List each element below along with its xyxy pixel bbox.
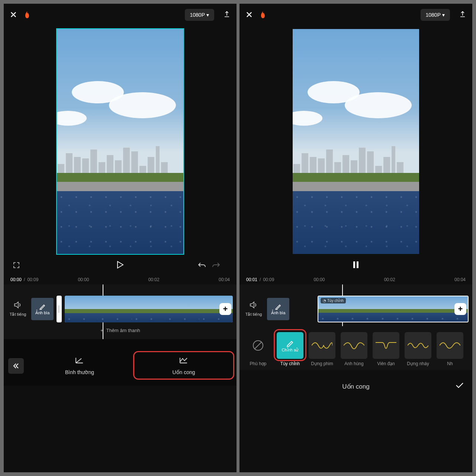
fullscreen-icon[interactable]: [13, 261, 20, 270]
redo-icon[interactable]: [212, 262, 220, 270]
close-icon[interactable]: ✕: [10, 10, 17, 20]
mute-button[interactable]: Tắt tiếng: [243, 301, 264, 317]
chevron-down-icon: ▾: [442, 12, 445, 18]
preview-controls: [239, 257, 472, 275]
export-icon[interactable]: [223, 10, 231, 20]
total-time: 00:09: [263, 277, 274, 282]
video-preview[interactable]: [57, 29, 183, 254]
preview-area: [4, 26, 237, 257]
confirm-title: Uốn cong: [342, 383, 369, 390]
timeline[interactable]: Tắt tiếng Ảnh bìa │ + + Thêm âm thanh: [4, 284, 237, 339]
export-icon[interactable]: [459, 10, 466, 20]
bottom-tabs: Bình thường Uốn cong: [4, 350, 237, 386]
left-screen: ✕ 1080P ▾: [4, 4, 237, 472]
mute-button[interactable]: Tắt tiếng: [7, 301, 28, 317]
chevron-down-icon: ▾: [206, 12, 209, 18]
resolution-button[interactable]: 1080P ▾: [421, 9, 450, 21]
time-header: 00:01 / 00:09 00:00 00:02 00:04: [239, 275, 472, 284]
preset-item[interactable]: Dựng phim: [309, 332, 335, 366]
cover-button[interactable]: Ảnh bìa: [267, 298, 289, 320]
preview-area: [239, 26, 472, 257]
preset-custom[interactable]: Chỉnh sử Tùy chỉnh: [277, 332, 303, 366]
resolution-label: 1080P: [190, 12, 205, 18]
preset-item[interactable]: Nh: [437, 332, 463, 366]
clip-strip[interactable]: ◔ Tùy chỉnh +: [318, 296, 469, 322]
time-header: 00:00 / 00:09 00:00 00:02 00:04: [4, 275, 237, 284]
total-time: 00:09: [27, 277, 38, 282]
add-clip-button[interactable]: +: [454, 303, 466, 315]
normal-icon: [75, 356, 84, 366]
svg-rect-1: [357, 261, 358, 268]
cover-button[interactable]: Ảnh bìa: [31, 298, 54, 320]
speed-icon: ◔: [323, 299, 326, 303]
preview-controls: [4, 257, 237, 275]
clip-tag: ◔ Tùy chỉnh: [321, 298, 346, 303]
tab-normal[interactable]: Bình thường: [31, 356, 128, 375]
confirm-bar: Uốn cong: [239, 375, 472, 398]
preset-item[interactable]: Viên đạn: [373, 332, 399, 366]
svg-rect-0: [353, 261, 355, 268]
current-time: 00:00: [10, 277, 22, 282]
add-audio-row[interactable]: + Thêm âm thanh: [100, 328, 237, 333]
current-time: 00:01: [246, 277, 257, 282]
back-button[interactable]: [8, 358, 24, 374]
preset-none[interactable]: Phù hợp: [245, 332, 271, 366]
resolution-button[interactable]: 1080P ▾: [185, 9, 214, 21]
topbar: ✕ 1080P ▾: [4, 4, 237, 26]
pencil-icon: [275, 303, 282, 311]
close-icon[interactable]: ✕: [245, 10, 253, 20]
tab-curve[interactable]: Uốn cong: [135, 356, 232, 375]
clip-strip[interactable]: +: [65, 296, 233, 322]
mute-icon: [14, 301, 22, 311]
preset-item[interactable]: Anh hùng: [341, 332, 367, 366]
flame-icon[interactable]: [22, 9, 33, 20]
timeline[interactable]: Tắt tiếng Ảnh bìa ◔ Tùy chỉnh +: [239, 284, 472, 326]
add-clip-button[interactable]: +: [219, 303, 231, 315]
pencil-icon: [39, 303, 46, 311]
flame-icon[interactable]: [257, 9, 268, 20]
right-screen: ✕ 1080P ▾: [239, 4, 472, 472]
highlight-box: [133, 351, 234, 380]
preset-item[interactable]: Dựng nháy: [405, 332, 431, 366]
preset-scroll[interactable]: Phù hợp Chỉnh sử Tùy chỉnh Dựng phim Anh…: [239, 326, 472, 370]
check-icon[interactable]: [455, 382, 464, 391]
pause-button[interactable]: [353, 261, 359, 271]
play-button[interactable]: [116, 261, 124, 271]
video-preview[interactable]: [293, 29, 419, 254]
undo-icon[interactable]: [198, 262, 206, 270]
clip-handle[interactable]: │: [57, 296, 62, 322]
mute-icon: [250, 301, 258, 311]
topbar: ✕ 1080P ▾: [239, 4, 472, 26]
resolution-label: 1080P: [426, 12, 441, 18]
